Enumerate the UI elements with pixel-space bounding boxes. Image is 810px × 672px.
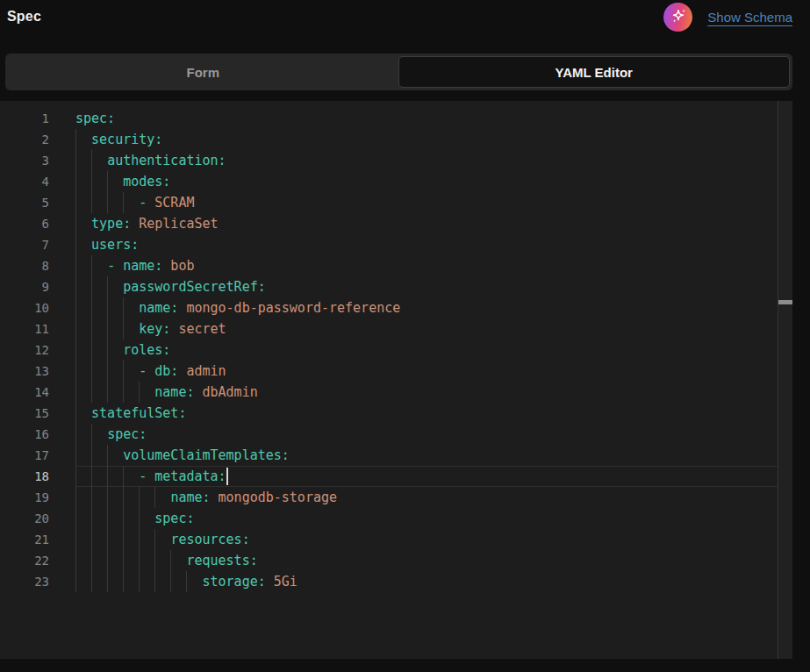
indent-guide	[91, 171, 92, 192]
code-line[interactable]: 7 users:	[0, 234, 778, 255]
indent-guide	[75, 297, 76, 318]
indent-spaces	[75, 405, 91, 421]
indent-guide	[75, 466, 76, 487]
code-line[interactable]: 21 resources:	[0, 529, 778, 550]
code-line[interactable]: 4 modes:	[0, 171, 778, 192]
indent-guide	[107, 382, 108, 403]
code-line[interactable]: 17 volumeClaimTemplates:	[0, 445, 778, 466]
indent-guide	[91, 487, 92, 508]
yaml-key: security:	[91, 132, 162, 147]
code-line[interactable]: 5 - SCRAM	[0, 192, 778, 213]
indent-guide	[75, 550, 76, 571]
indent-guide	[75, 340, 76, 361]
tab-yaml-editor[interactable]: YAML Editor	[398, 56, 791, 88]
tab-form[interactable]: Form	[8, 56, 398, 88]
indent-guide	[107, 171, 108, 192]
indent-guide	[91, 424, 92, 445]
yaml-key: modes:	[123, 174, 170, 189]
line-number: 21	[0, 529, 49, 550]
indent-guide	[154, 529, 155, 550]
code-line[interactable]: 2 security:	[0, 129, 778, 150]
code-line[interactable]: 14 name: dbAdmin	[0, 382, 778, 403]
indent-guide	[91, 318, 92, 340]
page-header: Spec Show Schema	[7, 0, 792, 33]
indent-spaces	[75, 279, 123, 295]
yaml-key: name:	[170, 490, 210, 505]
code-content: statefulSet:	[75, 403, 778, 424]
indent-guide	[139, 382, 140, 403]
code-line[interactable]: 20 spec:	[0, 508, 778, 529]
indent-spaces	[75, 132, 91, 147]
code-content: name: mongodb-storage	[75, 487, 778, 508]
tab-bar: Form YAML Editor	[5, 54, 792, 90]
code-line[interactable]: 13 - db: admin	[0, 361, 778, 382]
yaml-dash: -	[139, 468, 154, 484]
indent-guide	[75, 318, 76, 340]
yaml-value: SCRAM	[154, 195, 194, 211]
code-content: requests:	[75, 550, 778, 571]
indent-guide	[123, 508, 124, 529]
code-content: - name: bob	[75, 255, 778, 276]
indent-guide	[75, 234, 76, 255]
code-line[interactable]: 22 requests:	[0, 550, 778, 571]
code-line[interactable]: 8 - name: bob	[0, 255, 778, 276]
code-line[interactable]: 12 roles:	[0, 340, 778, 361]
editor-scrollbar[interactable]	[778, 101, 792, 659]
code-content: name: mongo-db-password-reference	[75, 297, 778, 318]
yaml-key: requests:	[186, 553, 257, 568]
code-line[interactable]: 15 statefulSet:	[0, 403, 778, 424]
indent-guide	[75, 424, 76, 445]
indent-guide	[75, 255, 76, 276]
line-number: 2	[0, 129, 49, 150]
code-line[interactable]: 6 type: ReplicaSet	[0, 213, 778, 234]
line-number: 8	[0, 255, 49, 276]
yaml-key: spec:	[154, 511, 194, 526]
yaml-editor[interactable]: 1spec:2 security:3 authentication:4 mode…	[0, 101, 792, 659]
code-line[interactable]: 16 spec:	[0, 424, 778, 445]
yaml-key: roles:	[123, 342, 170, 358]
yaml-key: volumeClaimTemplates:	[123, 447, 290, 463]
yaml-value: secret	[170, 321, 226, 337]
indent-guide	[75, 445, 76, 466]
code-line[interactable]: 3 authentication:	[0, 150, 778, 171]
yaml-dash: -	[139, 195, 154, 211]
code-content: type: ReplicaSet	[75, 213, 778, 234]
yaml-key: name:	[139, 300, 178, 316]
yaml-key: statefulSet:	[91, 405, 186, 421]
code-line[interactable]: 23 storage: 5Gi	[0, 571, 778, 592]
yaml-key: resources:	[170, 532, 249, 547]
indent-guide	[107, 487, 108, 508]
indent-guide	[91, 445, 92, 466]
code-content: - SCRAM	[75, 192, 778, 213]
indent-guide	[75, 487, 76, 508]
code-content: key: secret	[75, 318, 778, 340]
yaml-key: db:	[154, 363, 178, 379]
indent-guide	[123, 529, 124, 550]
ai-sparkle-button[interactable]	[663, 3, 692, 32]
code-content: spec:	[75, 508, 778, 529]
indent-guide	[154, 571, 155, 592]
show-schema-link[interactable]: Show Schema	[707, 10, 792, 25]
code-line[interactable]: 19 name: mongodb-storage	[0, 487, 778, 508]
indent-guide	[139, 550, 140, 571]
line-number: 6	[0, 213, 49, 234]
indent-guide	[75, 150, 76, 171]
line-number: 16	[0, 424, 49, 445]
code-line[interactable]: 10 name: mongo-db-password-reference	[0, 297, 778, 318]
code-content: - db: admin	[75, 361, 778, 382]
indent-guide	[91, 529, 92, 550]
yaml-value: 5Gi	[266, 574, 297, 590]
code-content: volumeClaimTemplates:	[75, 445, 778, 466]
indent-spaces	[75, 174, 123, 189]
indent-guide	[123, 571, 124, 592]
line-number: 4	[0, 171, 49, 192]
code-content: users:	[75, 234, 778, 255]
code-line[interactable]: 11 key: secret	[0, 318, 778, 340]
code-line[interactable]: 9 passwordSecretRef:	[0, 276, 778, 297]
code-line[interactable]: 18 - metadata:	[0, 466, 778, 487]
yaml-key: metadata:	[154, 468, 226, 484]
indent-guide	[139, 571, 140, 592]
line-number: 1	[0, 108, 49, 129]
code-line[interactable]: 1spec:	[0, 108, 778, 129]
line-number: 5	[0, 192, 49, 213]
